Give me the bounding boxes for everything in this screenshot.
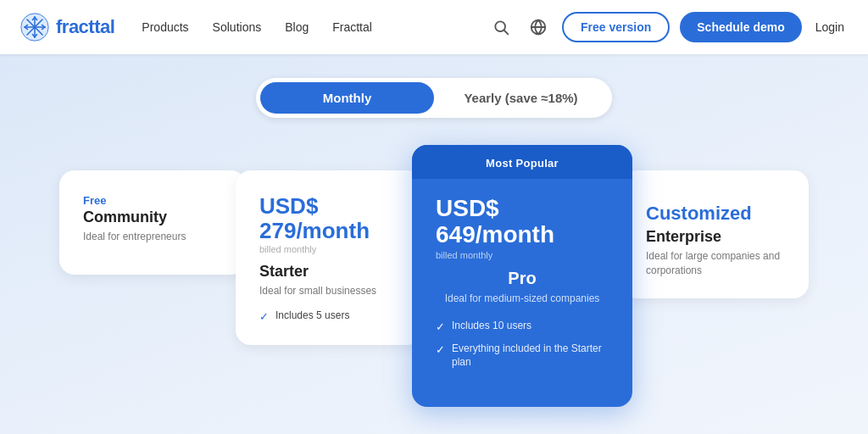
starter-plan-name: Starter: [259, 263, 398, 281]
navbar: fracttal Products Solutions Blog Fractta…: [0, 0, 868, 54]
login-button[interactable]: Login: [812, 14, 848, 41]
starter-feature-1: ✓ Includes 5 users: [259, 309, 398, 325]
nav-item-solutions[interactable]: Solutions: [213, 20, 262, 34]
nav-icons: Free version Schedule demo Login: [487, 12, 848, 42]
enterprise-price-label: Customized: [646, 203, 785, 225]
nav-item-products[interactable]: Products: [142, 20, 188, 34]
yearly-toggle[interactable]: Yearly (save ≈18%): [434, 82, 608, 114]
plan-card-enterprise: Customized Enterprise Ideal for large co…: [622, 170, 809, 298]
nav-item-blog[interactable]: Blog: [285, 20, 309, 34]
main-content: Monthly Yearly (save ≈18%) Free Communit…: [0, 54, 868, 434]
check-icon: ✓: [436, 342, 445, 358]
pro-billed: billed monthly: [436, 250, 609, 260]
starter-features: ✓ Includes 5 users: [259, 309, 398, 325]
pro-body: USD$ 649/month billed monthly Pro Ideal …: [412, 179, 632, 387]
free-price-label: Free: [83, 194, 222, 207]
pro-price: USD$ 649/month: [436, 196, 609, 248]
nav-links: Products Solutions Blog Fracttal: [142, 20, 460, 34]
free-version-button[interactable]: Free version: [562, 12, 670, 42]
pricing-cards: Free Community Ideal for entrepreneurs U…: [34, 145, 834, 407]
monthly-toggle[interactable]: Monthly: [260, 82, 434, 114]
search-icon[interactable]: [487, 14, 515, 41]
billing-toggle: Monthly Yearly (save ≈18%): [256, 78, 612, 118]
logo-text: fracttal: [56, 16, 114, 38]
pro-header: Most Popular: [412, 145, 632, 179]
check-icon: ✓: [259, 309, 269, 325]
logo[interactable]: fracttal: [20, 13, 114, 42]
starter-price: USD$ 279/month: [259, 194, 398, 242]
check-icon: ✓: [436, 320, 445, 335]
pro-feature-1: ✓ Includes 10 users: [436, 319, 609, 335]
logo-icon: [20, 13, 49, 42]
enterprise-plan-desc: Ideal for large companies and corporatio…: [646, 249, 785, 278]
pro-features: ✓ Includes 10 users ✓ Everything include…: [436, 319, 609, 370]
globe-icon[interactable]: [525, 14, 552, 41]
starter-plan-desc: Ideal for small businesses: [259, 284, 398, 298]
pro-plan-desc: Ideal for medium-sized companies: [436, 292, 609, 306]
plan-card-free: Free Community Ideal for entrepreneurs: [59, 170, 246, 275]
nav-item-fracttal[interactable]: Fracttal: [332, 20, 372, 34]
plan-card-starter: USD$ 279/month billed monthly Starter Id…: [236, 170, 422, 345]
svg-line-14: [504, 31, 509, 35]
free-plan-desc: Ideal for entrepreneurs: [83, 230, 222, 244]
enterprise-plan-name: Enterprise: [646, 228, 785, 246]
most-popular-badge: Most Popular: [486, 157, 559, 170]
pro-plan-name: Pro: [436, 269, 609, 288]
pro-feature-2: ✓ Everything included in the Starter pla…: [436, 342, 609, 370]
free-plan-name: Community: [83, 209, 222, 226]
starter-billed: billed monthly: [259, 244, 398, 254]
plan-card-pro: Most Popular USD$ 649/month billed month…: [412, 145, 632, 407]
schedule-demo-button[interactable]: Schedule demo: [680, 12, 801, 42]
